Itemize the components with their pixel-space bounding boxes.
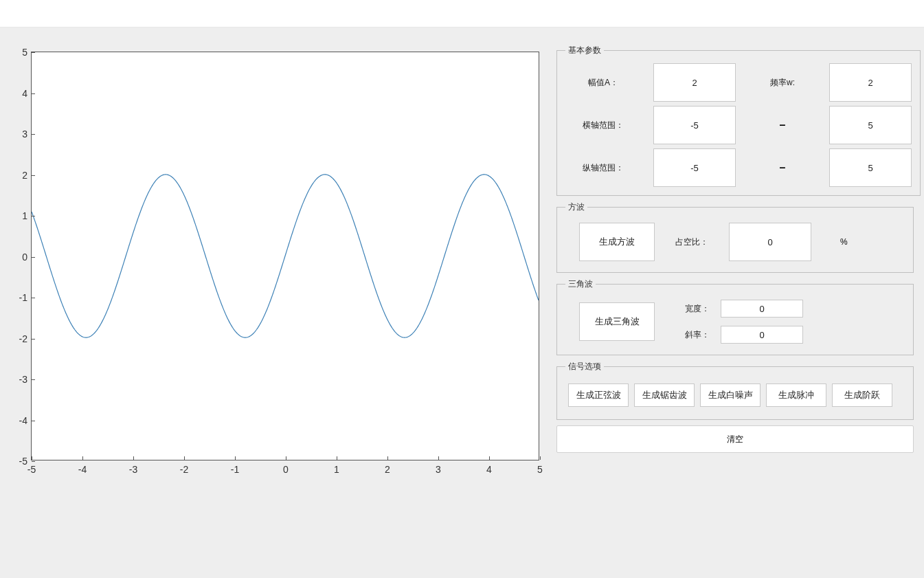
- generate-whitenoise-button[interactable]: 生成白噪声: [700, 384, 760, 407]
- generate-pulse-button[interactable]: 生成脉冲: [766, 384, 826, 407]
- sine-curve: [32, 175, 539, 337]
- xrange-label: 横轴范围：: [565, 120, 641, 131]
- y-tick-mark: [32, 175, 35, 176]
- width-label: 宽度：: [675, 303, 710, 315]
- duty-cycle-field[interactable]: 0: [729, 223, 811, 261]
- generate-sawtooth-button[interactable]: 生成锯齿波: [634, 384, 695, 407]
- x-tick-label: 1: [334, 464, 339, 475]
- plot-container: -5-4-3-2-1012345-5-4-3-2-1012345: [7, 48, 550, 515]
- frequency-label: 频率w:: [748, 77, 817, 89]
- x-tick-mark: [337, 456, 337, 460]
- y-tick-mark: [32, 339, 35, 340]
- panel-triangle-wave: 三角波 生成三角波 宽度： 0 斜率： 0: [556, 278, 914, 355]
- generate-sine-button[interactable]: 生成正弦波: [568, 384, 629, 407]
- duty-cycle-label: 占空比：: [675, 236, 708, 248]
- percent-label: %: [840, 237, 848, 247]
- x-tick-mark: [133, 456, 134, 460]
- generate-square-button[interactable]: 生成方波: [579, 223, 655, 261]
- y-tick-mark: [32, 52, 35, 53]
- x-tick-mark: [387, 456, 388, 460]
- x-tick-label: 0: [283, 464, 289, 475]
- x-tick-mark: [235, 456, 236, 460]
- frequency-field[interactable]: 2: [829, 63, 912, 102]
- panel-signals-legend: 信号选项: [565, 361, 604, 373]
- x-tick-label: 2: [385, 464, 390, 475]
- y-tick-label: 2: [22, 170, 27, 181]
- xrange-max-field[interactable]: 5: [829, 106, 912, 144]
- clear-button[interactable]: 清空: [556, 425, 914, 453]
- x-tick-label: -4: [78, 464, 87, 475]
- y-tick-mark: [32, 461, 35, 462]
- y-tick-label: 5: [22, 47, 27, 58]
- xrange-dash: –: [748, 119, 817, 131]
- y-tick-label: 4: [22, 88, 27, 99]
- window-titlebar: [0, 0, 924, 27]
- x-tick-label: -5: [27, 464, 36, 475]
- amplitude-field[interactable]: 2: [653, 63, 736, 102]
- x-tick-mark: [286, 456, 286, 460]
- panel-square-wave: 方波 生成方波 占空比： 0 %: [556, 201, 914, 273]
- y-tick-label: 0: [22, 252, 27, 263]
- x-tick-mark: [540, 456, 541, 460]
- slope-field[interactable]: 0: [721, 326, 803, 344]
- controls-column: 基本参数 幅值A： 2 频率w: 2 横轴范围： -5 – 5 纵轴范围： -5…: [556, 45, 914, 453]
- y-tick-label: 3: [22, 129, 27, 140]
- panel-basic-legend: 基本参数: [565, 45, 604, 56]
- x-tick-label: -2: [180, 464, 188, 475]
- y-tick-label: -2: [19, 333, 27, 344]
- y-tick-mark: [32, 134, 35, 135]
- y-tick-label: -1: [19, 292, 27, 303]
- figure-background: -5-4-3-2-1012345-5-4-3-2-1012345 基本参数 幅值…: [0, 27, 924, 578]
- x-tick-label: -3: [129, 464, 137, 475]
- yrange-dash: –: [748, 162, 817, 174]
- y-tick-label: 1: [22, 210, 27, 221]
- width-field[interactable]: 0: [721, 300, 803, 318]
- yrange-max-field[interactable]: 5: [829, 148, 912, 187]
- y-tick-mark: [32, 379, 35, 380]
- generate-step-button[interactable]: 生成阶跃: [832, 384, 892, 407]
- x-tick-mark: [82, 456, 83, 460]
- x-tick-mark: [489, 456, 490, 460]
- x-tick-label: 3: [436, 464, 441, 475]
- generate-triangle-button[interactable]: 生成三角波: [579, 302, 655, 341]
- xrange-min-field[interactable]: -5: [653, 106, 736, 144]
- y-tick-mark: [32, 298, 35, 298]
- slope-label: 斜率：: [675, 329, 710, 341]
- panel-signal-options: 信号选项 生成正弦波 生成锯齿波 生成白噪声 生成脉冲 生成阶跃: [556, 361, 914, 420]
- plot-svg: [32, 52, 539, 460]
- y-tick-label: -3: [19, 374, 27, 385]
- x-tick-label: -1: [231, 464, 239, 475]
- yrange-label: 纵轴范围：: [565, 162, 641, 174]
- y-tick-mark: [32, 93, 35, 94]
- panel-square-legend: 方波: [565, 201, 587, 213]
- yrange-min-field[interactable]: -5: [653, 148, 736, 187]
- amplitude-label: 幅值A：: [565, 77, 641, 89]
- y-tick-mark: [32, 421, 35, 421]
- x-tick-mark: [438, 456, 439, 460]
- y-tick-mark: [32, 216, 35, 216]
- y-tick-label: -5: [19, 456, 27, 467]
- y-tick-label: -4: [19, 415, 27, 426]
- x-tick-mark: [32, 456, 32, 460]
- panel-basic-params: 基本参数 幅值A： 2 频率w: 2 横轴范围： -5 – 5 纵轴范围： -5…: [556, 45, 921, 196]
- plot-axes[interactable]: -5-4-3-2-1012345-5-4-3-2-1012345: [31, 52, 539, 460]
- x-tick-label: 4: [486, 464, 492, 475]
- panel-triangle-legend: 三角波: [565, 278, 596, 290]
- x-tick-label: 5: [537, 464, 543, 475]
- x-tick-mark: [184, 456, 185, 460]
- y-tick-mark: [32, 257, 35, 258]
